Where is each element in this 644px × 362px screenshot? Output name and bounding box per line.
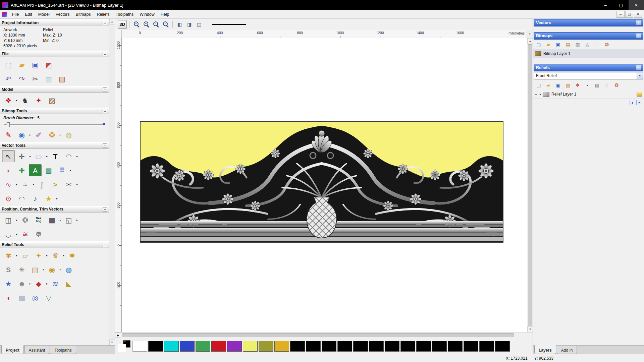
relief-envelope[interactable]: ▦ (15, 292, 28, 304)
panel-scrollbar[interactable]: ▲ ▼ (109, 19, 115, 345)
sculpting-tool[interactable]: ✾ (2, 249, 15, 261)
canvas-2d-view[interactable] (122, 38, 527, 332)
vectors-collapse-button[interactable]: ▴ (636, 20, 641, 25)
create-star-flyout[interactable]: ▸ (56, 197, 58, 200)
vectors-header[interactable]: Vectors ▴ (534, 19, 643, 26)
zoom-in[interactable]: + (132, 20, 141, 29)
palette-colour-15[interactable] (353, 341, 368, 352)
tab-assistant[interactable]: Assistant (24, 346, 50, 354)
toggle-preview[interactable]: ◫ (195, 20, 204, 29)
palette-colour-5[interactable] (196, 341, 210, 352)
delete-bitmap-layer[interactable]: ◌ (593, 41, 601, 48)
pane-toggle-button[interactable]: ▶ (115, 333, 121, 338)
snap-points[interactable]: ⠿ (56, 164, 68, 176)
open-relief-layer[interactable]: ▰ (544, 81, 553, 89)
bitmap-fade[interactable]: ◍ (62, 129, 75, 141)
section-header-position[interactable]: Position, Combine, Trim Vectors ▴ (0, 206, 109, 213)
palette-colour-4[interactable] (180, 341, 195, 352)
texture-flow[interactable]: ≋ (49, 278, 62, 290)
section-header-model[interactable]: Model ▴ (0, 86, 109, 93)
section-header-relief-tools[interactable]: Relief Tools ▴ (0, 241, 109, 248)
palette-colour-1[interactable] (132, 341, 147, 352)
flood-fill-flyout[interactable]: ▸ (29, 133, 32, 136)
vscroll-down[interactable]: ▼ (527, 326, 533, 332)
section-header-file[interactable]: File ▴ (0, 51, 109, 57)
vscroll-thumb[interactable] (528, 44, 532, 326)
star-relief[interactable]: ★ (2, 278, 15, 290)
align-objects[interactable]: ◫ (2, 214, 15, 226)
cut[interactable]: ✂ (29, 73, 42, 85)
collapse-position[interactable]: ▴ (103, 207, 107, 212)
child-restore-button[interactable]: ▢ (625, 11, 633, 18)
weld-vectors[interactable]: ◱ (62, 214, 75, 226)
create-rectangle-flyout[interactable]: ▸ (46, 155, 48, 158)
model-properties-flyout[interactable]: ▸ (15, 99, 18, 102)
relief-colours[interactable]: ❂ (612, 81, 621, 89)
reliefs-header[interactable]: Reliefs ▴ (534, 64, 643, 71)
new-model[interactable]: ▢ (2, 59, 15, 71)
panel-scroll-up[interactable]: ▲ (109, 19, 115, 24)
create-curve[interactable]: ∫ (36, 178, 48, 190)
scale-relief-layer[interactable]: ▨ (593, 81, 601, 89)
minimize-button[interactable]: – (598, 0, 613, 10)
paste[interactable]: ▤ (56, 73, 68, 85)
emboss-wizard[interactable]: ◍ (62, 263, 75, 276)
sculpting-tool-flyout[interactable]: ▸ (15, 254, 18, 257)
palette-colour-2[interactable] (148, 341, 163, 352)
palette-colour-24[interactable] (495, 341, 510, 352)
canvas-vscrollbar[interactable]: ▲ ▼ (527, 38, 533, 332)
hscroll-thumb[interactable] (122, 333, 514, 337)
wrap-relief[interactable]: ◎ (29, 292, 42, 304)
relief-clipart[interactable]: ▤ (29, 263, 42, 276)
distort-vectors[interactable]: ≋ (19, 228, 32, 240)
zoom-window[interactable]: ▫ (151, 20, 160, 29)
shape-editor-flyout[interactable]: ▸ (46, 254, 48, 257)
face-wizard-flyout[interactable]: ▸ (29, 282, 32, 285)
bitmap-colours[interactable]: ❂ (602, 41, 611, 48)
relief-artwork[interactable] (140, 121, 503, 243)
reliefs-collapse-button[interactable]: ▴ (636, 65, 641, 70)
section-header-project-information[interactable]: Project Information ▴ (0, 19, 109, 26)
transform-vectors[interactable]: ✛ (15, 150, 28, 162)
tab-toolpaths[interactable]: Toolpaths (50, 346, 76, 354)
flood-fill[interactable]: ◉ (15, 129, 28, 141)
palette-colour-22[interactable] (464, 341, 478, 352)
weld-vectors-flyout[interactable]: ▸ (76, 219, 78, 222)
dome-relief-flyout[interactable]: ▸ (46, 282, 48, 285)
child-minimize-button[interactable]: – (616, 11, 625, 18)
bitmaps-header[interactable]: Bitmaps ▴ (534, 32, 643, 40)
palette-colour-11[interactable] (290, 341, 305, 352)
texture-relief[interactable]: ✹ (66, 249, 78, 261)
primary-colour[interactable] (118, 344, 126, 352)
paste-relief-layer[interactable]: ▤ (564, 81, 572, 89)
fillet-tool[interactable]: ◠ (15, 192, 28, 204)
turn-model[interactable]: ◉ (46, 263, 58, 276)
menu-help[interactable]: Help (158, 10, 172, 18)
measure-tool-flyout[interactable]: ▸ (76, 155, 78, 158)
mirror-vectors-flyout[interactable]: ▸ (15, 233, 18, 236)
select-vectors[interactable]: ↖ (2, 150, 15, 162)
zoom-extents[interactable]: ◦ (161, 20, 170, 29)
create-star[interactable]: ★ (42, 192, 55, 204)
palette-colour-14[interactable] (337, 341, 352, 352)
merge-bitmap-layers[interactable]: ▥ (573, 41, 582, 48)
menu-file[interactable]: File (9, 10, 22, 18)
palette-colour-21[interactable] (448, 341, 463, 352)
shape-editor[interactable]: ✦ (32, 249, 45, 261)
panel-scroll-down[interactable]: ▼ (109, 340, 115, 345)
vscroll-up[interactable]: ▲ (527, 38, 533, 44)
bitmaps-collapse-button[interactable]: ▴ (636, 34, 641, 38)
section-header-vector-tools[interactable]: Vector Tools ▴ (0, 142, 109, 149)
toggle-relief-view[interactable]: ◨ (185, 20, 194, 29)
menu-reliefs[interactable]: Reliefs (94, 10, 113, 18)
bitmap-layer-item[interactable]: Bitmap Layer 1 (533, 49, 644, 58)
slider-thumb[interactable] (7, 122, 10, 127)
sweep-profile[interactable]: S (2, 263, 15, 276)
palette-colour-18[interactable] (400, 341, 415, 352)
close-button[interactable]: ✕ (629, 0, 644, 10)
offset-vectors[interactable]: ◗ (2, 164, 15, 176)
tab-project[interactable]: Project (1, 345, 24, 354)
palette-colour-16[interactable] (369, 341, 384, 352)
relief-layer-plus[interactable]: + (535, 93, 538, 96)
trim-vectors-flyout[interactable]: ▸ (76, 183, 78, 186)
